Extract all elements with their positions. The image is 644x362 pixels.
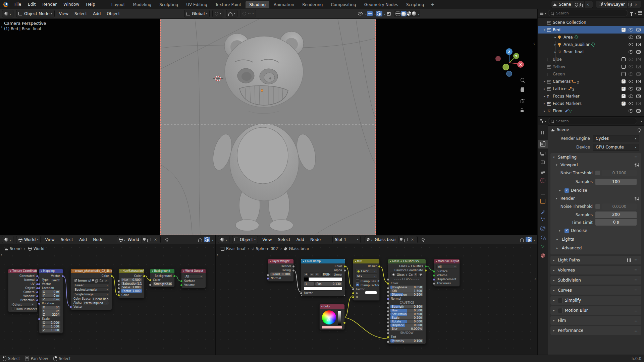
node-hue-saturation-value[interactable]: ▾Hue/Saturation/Value Color Hue0.500 Sat… [118,268,145,298]
workspace-tab[interactable]: Modeling [129,1,155,8]
socket-location[interactable] [38,287,41,290]
socket-color-out[interactable] [110,275,113,278]
color-swatch[interactable] [322,326,342,328]
color-wheel[interactable] [322,310,336,324]
render-visibility-toggle[interactable] [636,95,641,98]
outliner-item-label[interactable]: Lattice [553,86,567,91]
scale-field[interactable]: Y1.000 [42,325,60,328]
material-name[interactable]: Glass bear [372,237,398,242]
wireframe-shading-button[interactable] [395,11,400,16]
value-slider[interactable] [338,310,341,325]
outliner-item-label[interactable]: Bear_final [564,50,584,54]
device-dropdown[interactable]: GPU Compute [593,144,639,151]
color-mode-dropdown[interactable]: RGB [321,273,331,277]
param-slider[interactable]: IOR1.500 [390,289,423,293]
clamp-factor-checkbox[interactable] [356,283,359,287]
noise-threshold-checkbox[interactable] [595,204,600,209]
socket-vector[interactable] [36,291,39,294]
camera-view-button[interactable] [521,100,525,103]
hide-eye-toggle[interactable] [629,28,633,32]
socket-separator[interactable] [387,332,389,335]
render-visibility-toggle[interactable] [636,36,641,39]
location-field[interactable]: Y0 m [42,294,60,297]
socket-strength[interactable] [149,284,152,286]
socket-color-in[interactable] [117,294,120,297]
fake-user-icon[interactable] [143,238,146,241]
socket-surface-in[interactable] [180,280,183,283]
scale-field[interactable]: X1.000 [42,321,60,324]
outliner-row[interactable]: Scene Collection [538,19,644,26]
viewport-menu[interactable]: Select [71,11,90,16]
noise-threshold-value[interactable]: 0.1000 [602,170,637,176]
tab-output[interactable] [538,149,548,158]
render-visibility-toggle[interactable] [636,102,641,105]
param-slider[interactable]: Rotate0.000 [390,320,423,323]
outliner-item-label[interactable]: Green [553,72,565,76]
properties-panel-header[interactable]: ▸ Performance ∷∷ [550,326,641,335]
presets-icon[interactable] [635,163,639,167]
socket-glass-out[interactable] [424,265,427,268]
output-target-dropdown[interactable]: All [184,275,203,279]
viewport-subpanel-header[interactable]: ▾Viewport [550,161,641,169]
stop-color-swatch[interactable] [304,287,342,291]
outliner-item-label[interactable]: Focus Marker [553,94,580,99]
scale-field[interactable]: Z1.000 [42,328,60,332]
visibility-toggle[interactable] [357,11,364,16]
sampling-panel-header[interactable]: ▾Sampling∷∷ [550,153,641,161]
exclude-checkbox[interactable] [622,87,626,91]
expand-arrow[interactable]: ▸ [553,43,557,46]
copy-icon[interactable] [580,3,583,6]
snapping-toggle[interactable] [204,237,210,242]
expand-arrow[interactable]: ▾ [542,28,547,32]
pin-icon[interactable] [575,3,578,6]
rotation-field[interactable]: Z220° [42,313,60,316]
workspace-tab[interactable]: Texture Paint [212,1,245,8]
strength-field[interactable]: Strength2.000 [153,282,172,286]
editor-type-button[interactable] [2,236,13,243]
render-visibility-toggle[interactable] [636,65,641,68]
menu-item[interactable]: Edit [24,0,39,9]
copy-icon[interactable] [629,3,632,6]
menu-item[interactable]: Render [39,0,60,9]
fake-user-icon[interactable] [92,279,94,282]
socket-vector-in[interactable] [69,306,72,308]
viewport-samples-value[interactable]: 100 [595,179,637,185]
socket-a-in[interactable] [352,292,355,295]
hide-eye-toggle[interactable] [629,65,633,68]
outliner-item-label[interactable]: Cameras [553,79,571,84]
editor-menu[interactable]: Select [275,237,293,242]
socket-color-in[interactable] [387,282,389,285]
scene-selector[interactable]: Scene × [551,1,593,8]
outliner-row[interactable]: ▸ Area [538,34,644,41]
expand-arrow[interactable]: ▸ [542,87,547,90]
viewlayer-name[interactable]: ViewLayer [602,2,627,7]
viewlayer-selector[interactable]: ViewLayer × [596,1,641,8]
time-limit-value[interactable]: 0 s [595,219,637,226]
socket-vector-in[interactable] [38,283,41,286]
expand-arrow[interactable]: ▸ [542,102,547,105]
blend-field[interactable]: Blend0.100 [270,273,291,276]
param-slider[interactable]: Blur0.000% [390,327,423,330]
tab-constraints[interactable] [538,233,548,242]
from-instancer-checkbox[interactable] [11,307,14,310]
slot-dropdown[interactable]: Slot 1 [332,236,361,243]
blender-logo-icon[interactable] [3,2,8,7]
world-name[interactable]: World [125,237,142,242]
socket-color-out[interactable] [143,275,146,278]
node-layer-weight[interactable]: ▾Layer Weight Fresnel Facing Blend0.100 … [268,259,294,282]
zoom-button[interactable] [521,78,524,82]
add-workspace-button[interactable]: + [428,2,437,7]
param-slider[interactable]: Saturation0.500 [390,312,423,316]
editor-menu[interactable]: Select [58,237,76,242]
value-slider[interactable]: Saturation1.100 [121,282,142,285]
properties-panel-header[interactable]: ▸ Curves ∷∷ [550,286,641,295]
outliner-search[interactable] [548,10,628,16]
menu-item[interactable]: File [11,0,24,9]
properties-panel-header[interactable]: ▸ Subdivision ∷∷ [550,276,641,285]
node-group-datablock[interactable]: Glass + Caustic... 4 [390,273,423,277]
param-slider[interactable]: Hue0.500 [390,309,423,312]
editor-menu[interactable]: View [259,237,275,242]
hide-eye-toggle[interactable] [629,95,633,98]
editor-type-button[interactable] [218,236,229,243]
workspace-tab[interactable]: Layout [108,1,129,8]
